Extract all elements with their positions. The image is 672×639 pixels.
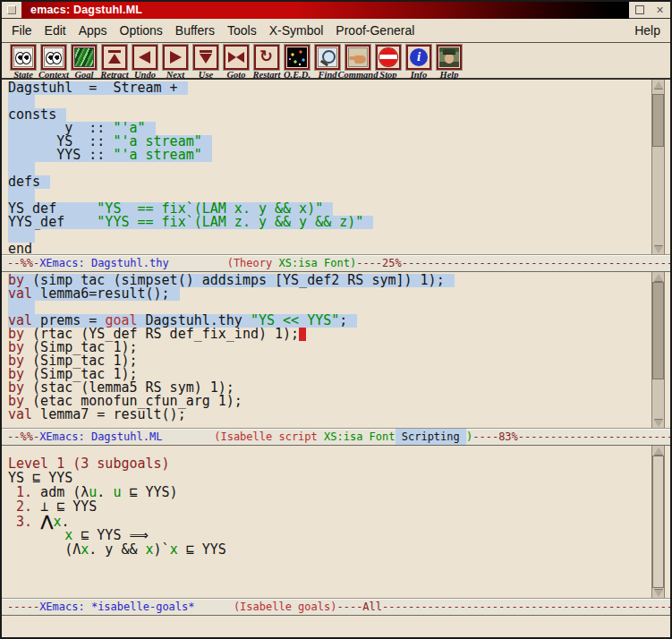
toolbar-use-button[interactable]: Use xyxy=(191,45,221,80)
modeline-theory[interactable]: --%%-XEmacs: Dagstuhl.thy (Theory XS:isa… xyxy=(2,254,670,272)
scroll-down-arrow-icon[interactable] xyxy=(652,588,664,598)
toolbar-button-label: Stop xyxy=(379,70,396,80)
toolbar-goto-button[interactable]: Goto xyxy=(221,45,251,80)
toolbar-stop-button[interactable]: Stop xyxy=(373,45,404,80)
officer-icon xyxy=(439,47,459,67)
code-line: 3. ⋀x. xyxy=(2,514,651,528)
toolbar-context-button[interactable]: Context xyxy=(38,45,69,80)
toolbar-icon-box xyxy=(224,45,249,70)
code-line: 2. ⊥ ⊑ YYS xyxy=(2,499,651,514)
toolbar-icon-box xyxy=(163,45,188,70)
menu-item-file[interactable]: File xyxy=(5,21,38,40)
toolbar-restart-button[interactable]: Restart xyxy=(251,45,282,80)
toolbar-button-label: Help xyxy=(440,70,459,80)
code-line: val lemma6=result(); xyxy=(2,287,651,301)
toolbar-icon-box xyxy=(254,45,279,70)
toolbar-undo-button[interactable]: Undo xyxy=(130,45,160,80)
toolbar-icon-box xyxy=(406,45,431,70)
eyes-icon xyxy=(13,47,33,67)
modeline-goals[interactable]: -----XEmacs: *isabelle-goals* (Isabelle … xyxy=(2,598,670,616)
scroll-up-arrow-icon[interactable] xyxy=(652,446,664,456)
toolbar-help-button[interactable]: Help xyxy=(434,45,464,80)
theory-scrollbar[interactable] xyxy=(651,80,665,254)
text-cursor xyxy=(299,328,306,341)
modeline-script[interactable]: --%%-XEmacs: Dagstuhl.ML (Isabelle scrip… xyxy=(2,428,670,446)
menu-item-options[interactable]: Options xyxy=(114,21,169,40)
code-line xyxy=(2,162,651,175)
toolbar-button-label: Use xyxy=(199,70,213,80)
scroll-down-arrow-icon[interactable] xyxy=(652,244,664,254)
toolbar-icon-box xyxy=(102,45,127,70)
titlebar-drag-area[interactable]: emacs: Dagstuhl.ML xyxy=(21,2,629,19)
menu-item-x-symbol[interactable]: X-Symbol xyxy=(263,21,330,40)
code-line: Level 1 (3 subgoals) xyxy=(2,456,651,471)
toolbar-button-label: Undo xyxy=(134,70,156,80)
window-menu-button[interactable] xyxy=(7,5,16,14)
theory-buffer-text[interactable]: Dagstuhl = Stream +consts y :: "'a" YS :… xyxy=(2,80,651,254)
toolbar-qed-button[interactable]: Q.E.D. xyxy=(282,45,312,80)
code-line: YYS :: "'a stream" xyxy=(2,149,651,162)
scroll-up-arrow-icon[interactable] xyxy=(652,272,664,282)
menu-item-apps[interactable]: Apps xyxy=(72,21,114,40)
goals-scrollbar[interactable] xyxy=(651,446,665,598)
toolbar-button-label: Goto xyxy=(227,70,246,80)
goal-art-icon xyxy=(74,47,94,67)
code-line: defs xyxy=(2,175,651,189)
menu-item-buffers[interactable]: Buffers xyxy=(169,21,221,40)
goto-icon xyxy=(226,47,246,67)
toolbar-state-button[interactable]: State xyxy=(8,45,38,80)
toolbar-button-label: Goal xyxy=(75,70,94,80)
menu-bar-items: FileEditAppsOptionsBuffersToolsX-SymbolP… xyxy=(5,21,421,40)
toolbar-command-button[interactable]: Command xyxy=(343,45,373,80)
menu-item-tools[interactable]: Tools xyxy=(221,21,263,40)
toolbar-icon-box xyxy=(345,45,370,70)
menu-item-proof-general[interactable]: Proof-General xyxy=(329,21,421,40)
code-line: (Λx. y && x)`x ⊑ YYS xyxy=(2,542,651,557)
toolbar-next-button[interactable]: Next xyxy=(160,45,191,80)
code-line: end xyxy=(2,243,651,254)
toolbar-icon-box xyxy=(193,45,218,70)
region-highlight-nub xyxy=(347,314,357,328)
scroll-track[interactable] xyxy=(652,282,664,418)
toolbar-icon-box xyxy=(132,45,157,70)
region-highlight-nub xyxy=(170,287,180,301)
toolbar-icon-box xyxy=(11,45,36,70)
maximize-icon xyxy=(635,5,644,14)
window-title: emacs: Dagstuhl.ML xyxy=(30,4,142,16)
toolbar-icon-box xyxy=(376,45,401,70)
region-highlight-nub xyxy=(178,81,188,95)
echo-area[interactable] xyxy=(2,616,670,637)
code-line xyxy=(2,229,651,243)
toolbar-button-label: Restart xyxy=(253,70,281,80)
toolbar-info-button[interactable]: Info xyxy=(404,45,434,80)
scroll-track[interactable] xyxy=(652,456,664,588)
code-line: Dagstuhl = Stream + xyxy=(2,81,651,95)
scroll-track[interactable] xyxy=(652,89,664,244)
scroll-thumb[interactable] xyxy=(652,94,664,147)
goals-buffer-text[interactable]: Level 1 (3 subgoals)YS ⊑ YYS 1. adm (λu.… xyxy=(2,446,651,598)
menu-item-edit[interactable]: Edit xyxy=(38,21,72,40)
script-buffer-text[interactable]: by (simp_tac (simpset() addsimps [YS_def… xyxy=(2,272,651,428)
close-button[interactable]: × xyxy=(653,4,667,17)
toolbar-goal-button[interactable]: Goal xyxy=(69,45,99,80)
toolbar-icon-box xyxy=(285,45,310,70)
code-line xyxy=(2,95,651,108)
scroll-down-arrow-icon[interactable] xyxy=(652,418,664,428)
scroll-up-arrow-icon[interactable] xyxy=(652,80,664,89)
code-line: YS ⊑ YYS xyxy=(2,471,651,485)
fireworks-icon xyxy=(287,47,307,67)
pointing-hand-icon xyxy=(348,47,368,67)
scroll-thumb[interactable] xyxy=(652,282,664,379)
toolbar-retract-button[interactable]: Retract xyxy=(99,45,130,80)
magnifier-icon xyxy=(318,47,337,67)
maximize-button[interactable] xyxy=(633,4,646,17)
goals-buffer-pane: Level 1 (3 subgoals)YS ⊑ YYS 1. adm (λu.… xyxy=(2,446,670,598)
toolbar-button-label: Q.E.D. xyxy=(284,70,310,80)
scroll-thumb[interactable] xyxy=(652,456,664,588)
menu-item-help[interactable]: Help xyxy=(628,21,667,40)
toolbar-icon-box xyxy=(72,45,97,70)
menu-bar: FileEditAppsOptionsBuffersToolsX-SymbolP… xyxy=(2,19,670,43)
script-buffer-pane: by (simp_tac (simpset() addsimps [YS_def… xyxy=(2,272,670,428)
restart-icon xyxy=(257,47,276,67)
script-scrollbar[interactable] xyxy=(651,272,665,428)
